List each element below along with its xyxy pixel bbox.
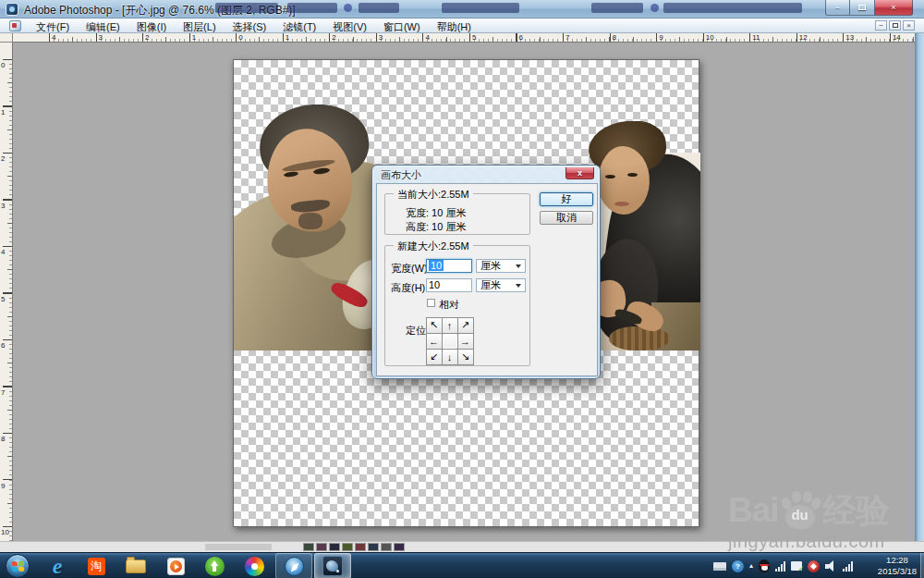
taskbar-taobao[interactable]: 淘 [78,553,115,578]
background-thumbnails [303,543,405,551]
help-icon[interactable]: ? [732,560,744,572]
input-method-keyboard-icon[interactable] [713,562,726,571]
doc-close-button[interactable]: × [903,20,915,31]
compass-needle [288,560,300,573]
ok-button[interactable]: 好 [540,192,593,206]
chevron-down-icon [516,264,521,268]
doc-minimize-button[interactable]: − [875,20,887,31]
signal-bar [848,564,850,572]
height-input[interactable]: 10 [426,278,472,292]
menu-item-9[interactable]: 帮助(H) [429,19,480,32]
dialog-close-button[interactable]: x [565,167,594,179]
current-width-text: 宽度: 10 厘米 [406,206,466,220]
v-ruler-label: 4 [1,248,5,256]
desktop: Adobe Photoshop - [开心.jpg @ 76.6% (图层 2,… [0,0,924,578]
background-window-tab [215,3,278,13]
taskbar-file-explorer[interactable] [117,553,154,578]
right-photo-eye-shape [627,173,638,177]
security-tray-icon[interactable] [808,560,820,572]
qq-icon[interactable] [759,560,770,572]
v-ruler-label: 1 [1,108,5,117]
minimize-button[interactable]: − [825,0,850,16]
menu-item-6[interactable]: 滤镜(T) [274,19,324,32]
signal-bar [781,564,783,572]
anchor-cell-7[interactable]: ↙ [426,349,443,365]
signal-bar [775,569,777,572]
anchor-grid: ↖↑↗←→↙↓↘ [426,317,473,364]
cancel-button[interactable]: 取消 [540,211,593,225]
taskbar-360-browser[interactable] [236,553,273,578]
h-ruler-label: 7 [564,33,569,42]
signal-bar [778,567,780,572]
watermark-jingyan-text: 经验 [823,488,890,534]
menu-item-7[interactable]: 视图(V) [324,19,375,32]
right-photo-basket-shape [609,326,670,350]
signal-strength-icon[interactable] [843,561,853,572]
dialog-titlebar[interactable]: 画布大小 x [372,166,600,183]
anchor-cell-2[interactable]: ↑ [442,317,458,334]
menu-item-4[interactable]: 图层(L) [175,19,224,32]
width-unit-dropdown[interactable]: 厘米 [476,259,526,273]
taskbar-photoshop[interactable] [314,553,351,578]
anchor-cell-4[interactable]: ← [426,333,443,350]
taskbar-clock[interactable]: 12:28 2015/3/18 [874,555,920,577]
v-ruler-label: 3 [1,202,5,210]
anchor-cell-5[interactable] [442,333,458,350]
anchor-cell-6[interactable]: → [457,333,474,350]
h-ruler-label: 0 [237,33,242,42]
anchor-cell-8[interactable]: ↓ [442,349,458,365]
signal-strength-icon[interactable] [775,561,785,572]
window-controls: − × [825,0,913,16]
height-unit-dropdown[interactable]: 厘米 [476,278,526,292]
qq-scarf [760,564,769,566]
v-ruler-label: 2 [1,154,5,163]
ps-logo-dot [336,570,339,572]
network-status-icon[interactable]: ✓ [791,561,802,571]
doc-restore-button[interactable] [889,20,901,31]
taskbar-360-safety[interactable] [196,553,233,578]
anchor-cell-1[interactable]: ↖ [426,317,443,334]
signal-bar [843,569,845,572]
windows-flag-icon [12,561,25,573]
background-window-tab [359,3,399,13]
current-size-group: 当前大小:2.55M 宽度: 10 厘米 高度: 10 厘米 [384,193,530,235]
h-ruler-label: 2 [143,33,149,42]
window-titlebar[interactable]: Adobe Photoshop - [开心.jpg @ 76.6% (图层 2,… [0,0,924,18]
width-value-selected: 10 [429,260,444,271]
close-button[interactable]: × [875,0,913,16]
v-ruler-label: 0 [1,61,5,69]
anchor-cell-3[interactable]: ↗ [457,317,474,334]
width-input[interactable]: 10 [426,259,472,273]
menu-item-3[interactable]: 图像(I) [128,19,175,32]
show-hidden-icons[interactable]: ▴ [749,561,753,571]
show-desktop-button[interactable] [920,553,924,578]
maximize-button[interactable] [850,0,875,16]
pinwheel-icon [245,557,264,576]
menu-item-5[interactable]: 选择(S) [225,19,275,32]
menu-item-8[interactable]: 窗口(W) [375,19,429,32]
flag-pane [18,567,24,572]
relative-checkbox[interactable] [427,299,435,307]
compass-icon [285,557,304,576]
signal-bar [851,561,853,572]
background-window-tab [287,3,337,13]
pinwheel-center [251,563,258,570]
volume-icon[interactable] [825,560,837,572]
h-ruler-label: 5 [470,33,476,42]
background-text-smudge [205,544,272,550]
background-window-tab [442,3,519,13]
close-icon: × [891,3,895,12]
clock-time: 12:28 [874,555,920,566]
start-button[interactable] [6,554,30,578]
background-window-tab [591,3,643,13]
v-ruler-label: 6 [1,341,5,350]
taskbar-internet-explorer[interactable]: e [39,553,76,578]
menu-item-1[interactable]: 文件(F) [28,19,78,32]
horizontal-ruler: 432101234567891011121314 [13,33,915,43]
taskbar-media-player[interactable] [157,553,194,578]
menu-item-2[interactable]: 编辑(E) [78,19,128,32]
h-ruler-label: 11 [750,33,760,42]
watermark-url: jingyan.baidu.com [728,531,924,552]
anchor-cell-9[interactable]: ↘ [457,349,474,365]
taskbar-compass-browser[interactable] [275,553,312,578]
